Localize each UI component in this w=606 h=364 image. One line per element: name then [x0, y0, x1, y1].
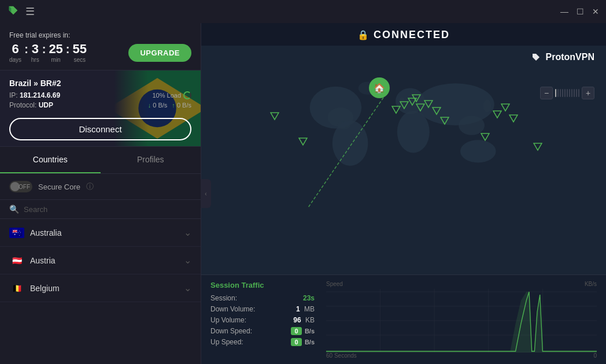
slider-pip: [576, 89, 577, 97]
svg-marker-18: [392, 106, 400, 113]
info-icon[interactable]: ⓘ: [86, 181, 94, 192]
vpn-marker: [432, 106, 441, 116]
chart-time-labels: 60 Seconds 0: [326, 352, 597, 359]
connection-ip: IP: 181.214.6.69: [9, 91, 60, 99]
session-label: Session:: [210, 294, 237, 302]
slider-pip: [564, 89, 566, 97]
timer-secs: 55 secs: [73, 43, 87, 63]
vpn-marker: [412, 94, 421, 103]
chart-right-label: 0: [593, 352, 597, 359]
vpn-marker: [270, 112, 279, 121]
close-button[interactable]: ✕: [592, 7, 599, 16]
slider-pip: [562, 89, 563, 97]
titlebar-left: ☰: [7, 4, 35, 19]
country-name-australia: Australia: [30, 228, 178, 237]
list-item[interactable]: Australia ⌄: [0, 219, 201, 247]
connection-load: 10% Load: [152, 91, 191, 99]
main-layout: Free trial expires in: 6 days : 3 hrs : …: [0, 23, 606, 364]
slider-pip: [557, 89, 559, 97]
svg-marker-39: [326, 292, 597, 352]
titlebar: ☰ — ☐ ✕: [0, 0, 606, 23]
slider-pip: [555, 89, 556, 97]
connection-server: Brazil » BR#2: [9, 79, 191, 88]
slider-pip: [569, 89, 570, 97]
stat-row-session: Session: 23s: [210, 294, 315, 302]
flag-belgium: [9, 283, 24, 294]
collapse-sidebar-button[interactable]: ‹: [201, 179, 211, 208]
lock-icon: 🔒: [357, 29, 369, 40]
up-speed-label: Up Speed:: [210, 338, 243, 346]
toggle-label: OFF: [19, 184, 30, 190]
upgrade-button[interactable]: UPGRADE: [128, 44, 191, 62]
chart-speed-label: Speed: [326, 281, 343, 287]
flag-austria: [9, 255, 24, 266]
status-bar: 🔒 CONNECTED: [201, 23, 606, 46]
svg-marker-19: [424, 101, 433, 107]
secure-core-row: OFF Secure Core ⓘ: [0, 174, 201, 200]
up-speed-value: 0 B/s: [291, 338, 315, 346]
vpn-marker: [298, 137, 308, 146]
home-marker: 🏠: [369, 77, 390, 98]
slider-pip: [571, 89, 572, 97]
hamburger-icon[interactable]: ☰: [25, 5, 35, 18]
search-input[interactable]: [24, 205, 191, 214]
connection-protocol: Protocol: UDP: [9, 101, 53, 109]
down-vol-value: 1 MB: [296, 305, 315, 313]
trial-label: Free trial expires in:: [9, 31, 191, 39]
speed-slider[interactable]: − +: [540, 87, 594, 99]
chevron-down-icon: ⌄: [184, 227, 191, 238]
connection-speed: 0 B/s 0 B/s: [148, 102, 191, 109]
svg-marker-24: [493, 111, 501, 118]
stats-left: Session Traffic Session: 23s Down Volume…: [210, 281, 315, 358]
svg-marker-15: [400, 102, 408, 109]
proton-logo-icon: [7, 4, 20, 19]
bottom-stats: Session Traffic Session: 23s Down Volume…: [201, 274, 606, 364]
svg-marker-29: [481, 133, 489, 140]
vpn-marker: [440, 116, 449, 125]
right-panel: ‹ 🔒 CONNECTED ProtonVPN −: [201, 23, 606, 364]
tab-profiles[interactable]: Profiles: [101, 147, 201, 173]
minimize-button[interactable]: —: [560, 7, 568, 16]
connection-protocol-row: Protocol: UDP 0 B/s 0 B/s: [9, 101, 191, 109]
slider-pip: [574, 89, 575, 97]
map-area: 🏠: [201, 46, 606, 274]
list-item[interactable]: Belgium ⌄: [0, 274, 201, 302]
proton-brand: ProtonVPN: [531, 52, 594, 62]
timer-hrs: 3 hrs: [31, 43, 39, 63]
country-name-austria: Austria: [30, 256, 178, 265]
country-list: Australia ⌄ Austria ⌄ Belgium ⌄: [0, 219, 201, 364]
flag-australia: [9, 228, 24, 238]
chevron-down-icon: ⌄: [184, 283, 191, 294]
disconnect-button[interactable]: Disconnect: [9, 118, 191, 140]
session-traffic-title: Session Traffic: [210, 281, 315, 289]
speed-plus-button[interactable]: +: [582, 87, 594, 99]
speed-down: 0 B/s: [148, 102, 168, 109]
tabs: Countries Profiles: [0, 147, 201, 174]
maximize-button[interactable]: ☐: [577, 7, 584, 16]
svg-marker-21: [412, 95, 420, 102]
secure-core-toggle[interactable]: OFF: [9, 181, 32, 192]
timer-days: 6 days: [9, 43, 21, 63]
up-vol-value: 96 KB: [293, 316, 315, 324]
svg-marker-22: [271, 113, 279, 120]
vpn-marker: [509, 114, 518, 123]
chart-kb-label: KB/s: [585, 281, 597, 287]
chart-left-label: 60 Seconds: [326, 352, 357, 359]
chart-area: Speed KB/s: [326, 281, 597, 358]
down-speed-value: 0 B/s: [291, 327, 315, 335]
connection-info: Brazil » BR#2 IP: 181.214.6.69 10% Load …: [0, 70, 201, 147]
vpn-marker: [391, 105, 401, 114]
tab-countries[interactable]: Countries: [0, 147, 101, 173]
sidebar: Free trial expires in: 6 days : 3 hrs : …: [0, 23, 201, 364]
speed-minus-button[interactable]: −: [540, 87, 553, 99]
slider-pip: [567, 89, 568, 97]
list-item[interactable]: Austria ⌄: [0, 247, 201, 274]
svg-marker-28: [534, 143, 542, 150]
country-name-belgium: Belgium: [30, 284, 178, 293]
vpn-marker: [533, 142, 542, 151]
svg-marker-20: [433, 107, 441, 114]
timer-min: 25 min: [49, 43, 62, 63]
titlebar-controls: — ☐ ✕: [560, 7, 599, 16]
connection-ip-row: IP: 181.214.6.69 10% Load: [9, 91, 191, 99]
speed-slider-track: [555, 89, 579, 97]
